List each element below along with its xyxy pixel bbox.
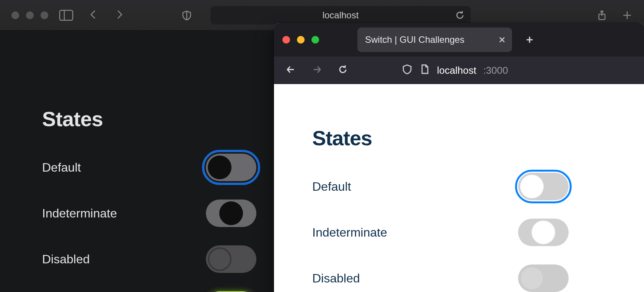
switch-label: Disabled [42,252,90,266]
forward-icon[interactable] [114,9,125,21]
switch-default[interactable] [206,154,256,181]
switch-disabled [518,264,569,292]
forward-icon[interactable] [311,64,322,76]
switch-label: Default [312,180,351,194]
firefox-traffic-minimize[interactable] [297,36,305,44]
switch-row-disabled-light: Disabled [312,264,569,292]
firefox-traffic-zoom[interactable] [311,36,319,44]
share-icon[interactable] [597,10,607,21]
safari-traffic-lights [11,11,48,19]
firefox-traffic-lights [282,36,319,44]
switch-label: Indeterminate [42,206,117,221]
switch-indeterminate[interactable] [206,200,256,227]
privacy-shield-icon[interactable] [181,10,192,21]
safari-nav-group [88,9,125,21]
close-icon[interactable] [498,36,506,44]
svg-rect-0 [60,10,73,20]
switch-label: Disabled [312,271,360,286]
back-icon[interactable] [88,9,99,21]
switch-disabled [206,245,256,273]
sidebar-toggle-icon[interactable] [59,10,73,21]
switch-row-default-dark: Default [42,154,256,181]
reload-icon[interactable] [455,10,465,21]
switch-default[interactable] [518,173,569,200]
firefox-window: Switch | GUI Challenges localhost:3000 S… [274,23,644,292]
firefox-tabstrip: Switch | GUI Challenges [274,23,644,57]
switch-row-default-light: Default [312,173,569,200]
states-heading-light: States [312,126,644,150]
firefox-address-port: :3000 [483,65,508,76]
firefox-navbar: localhost:3000 [274,57,644,84]
back-icon[interactable] [285,64,296,76]
firefox-tab[interactable]: Switch | GUI Challenges [357,28,512,52]
safari-traffic-minimize[interactable] [26,11,34,19]
shield-icon[interactable] [402,64,412,77]
firefox-address-bar[interactable]: localhost:3000 [402,64,633,77]
firefox-address-host: localhost [437,65,476,76]
safari-traffic-close[interactable] [11,11,19,19]
safari-address-bar[interactable]: localhost [210,6,471,24]
reload-icon[interactable] [337,64,348,76]
switch-label: Default [42,161,81,175]
switch-indeterminate[interactable] [518,219,569,246]
new-tab-icon[interactable] [622,10,633,21]
firefox-content: States Default Indeterminate Disabled [274,84,644,292]
switch-row-disabled-dark: Disabled [42,245,256,273]
document-icon [419,64,430,77]
switch-row-indeterminate-dark: Indeterminate [42,200,256,227]
switch-label: Indeterminate [312,225,387,240]
firefox-tab-title: Switch | GUI Challenges [365,34,465,45]
safari-address-text: localhost [323,10,359,21]
safari-traffic-zoom[interactable] [41,11,48,19]
new-tab-icon[interactable] [524,34,535,45]
switch-row-indeterminate-light: Indeterminate [312,219,569,246]
firefox-traffic-close[interactable] [282,36,290,44]
